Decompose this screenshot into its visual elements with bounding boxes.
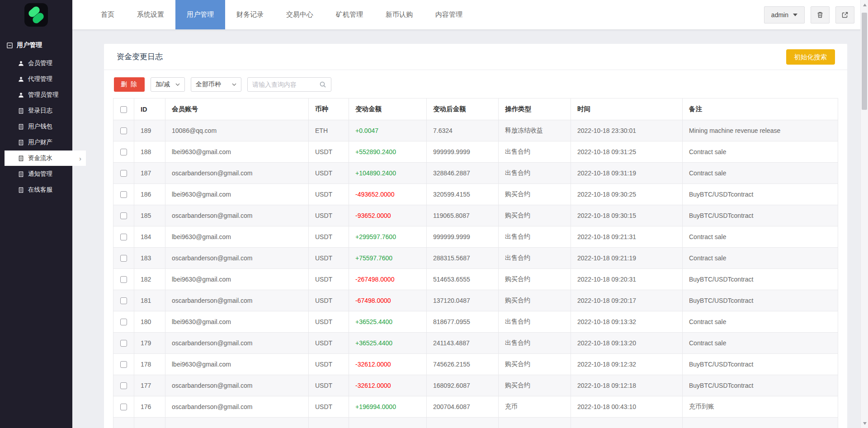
init-search-button[interactable]: 初始化搜索 bbox=[786, 49, 835, 65]
content-area: 资金变更日志 初始化搜索 删 除 加/减 全部币种 bbox=[72, 29, 868, 428]
sidebar-item[interactable]: 通知管理› bbox=[0, 166, 72, 182]
column-header: ID bbox=[134, 99, 165, 120]
cell-currency: USDT bbox=[309, 141, 349, 163]
sidebar-item[interactable]: 用户财产› bbox=[0, 135, 72, 150]
cell-note: Contract sale bbox=[683, 333, 838, 354]
topbar-right: admin bbox=[764, 6, 854, 24]
search-input[interactable] bbox=[252, 81, 316, 88]
cell-amount: +36525.4400 bbox=[349, 333, 427, 354]
cell-amount: -32612.0000 bbox=[349, 354, 427, 375]
cell-amount: +299597.7600 bbox=[349, 226, 427, 248]
row-checkbox[interactable] bbox=[120, 212, 127, 219]
scrollbar-thumb[interactable] bbox=[862, 13, 867, 110]
top-nav-item[interactable]: 财务记录 bbox=[225, 0, 275, 29]
cell-balance: 288315.5687 bbox=[427, 248, 499, 269]
row-checkbox[interactable] bbox=[120, 170, 127, 177]
cell-currency: USDT bbox=[309, 290, 349, 311]
trash-button[interactable] bbox=[811, 6, 830, 24]
top-nav-item[interactable]: 新币认购 bbox=[374, 0, 424, 29]
delete-button[interactable]: 删 除 bbox=[114, 77, 145, 92]
cell-note: BuyBTC/USDTcontract bbox=[683, 205, 838, 226]
table-row: 182lbei9630@gmail.comUSDT-267498.0000514… bbox=[113, 269, 838, 290]
cell-time: 2022-10-18 09:21:19 bbox=[571, 248, 683, 269]
admin-menu-button[interactable]: admin bbox=[764, 6, 805, 24]
filter-bar: 删 除 加/减 全部币种 bbox=[104, 70, 847, 92]
cell-currency: ETH bbox=[309, 120, 349, 141]
top-nav-item[interactable]: 系统设置 bbox=[126, 0, 175, 29]
cell-account: oscarbanderson@gmail.com bbox=[165, 205, 309, 226]
cell-id: 182 bbox=[134, 269, 165, 290]
cell-op: 出售合约 bbox=[499, 248, 571, 269]
row-checkbox[interactable] bbox=[120, 297, 127, 304]
cell-op: 购买合约 bbox=[499, 184, 571, 205]
sidebar-item[interactable]: 用户钱包› bbox=[0, 119, 72, 134]
cell-time: 2022-10-18 09:21:31 bbox=[571, 226, 683, 248]
row-checkbox[interactable] bbox=[120, 234, 127, 240]
cell-account: lbei9630@gmail.com bbox=[165, 141, 309, 163]
sidebar-item[interactable]: 管理员管理› bbox=[0, 87, 72, 103]
row-checkbox[interactable] bbox=[120, 340, 127, 347]
top-nav-item[interactable]: 矿机管理 bbox=[325, 0, 374, 29]
sidebar-menu: 会员管理›代理管理›管理员管理›登录日志›用户钱包›用户财产›资金流水›通知管理… bbox=[0, 56, 72, 198]
amount-type-select[interactable]: 加/减 bbox=[151, 77, 185, 92]
row-checkbox[interactable] bbox=[120, 127, 127, 134]
cell-id: 178 bbox=[134, 354, 165, 375]
cell-balance: 514653.6555 bbox=[427, 269, 499, 290]
column-header: 备注 bbox=[683, 99, 838, 120]
cell-account: oscarbanderson@gmail.com bbox=[165, 333, 309, 354]
user-icon bbox=[18, 92, 24, 98]
top-navigation: 首页系统设置用户管理财务记录交易中心矿机管理新币认购内容管理 bbox=[90, 0, 474, 29]
cell-currency: USDT bbox=[309, 184, 349, 205]
table-row: 177oscarbanderson@gmail.comUSDT-32612.00… bbox=[113, 375, 838, 396]
cell-balance: 745626.2155 bbox=[427, 354, 499, 375]
cell-note: BuyBTC/USDTcontract bbox=[683, 269, 838, 290]
page-scrollbar[interactable] bbox=[860, 0, 868, 428]
currency-select[interactable]: 全部币种 bbox=[191, 77, 241, 92]
row-checkbox[interactable] bbox=[120, 191, 127, 198]
scroll-up-arrow[interactable] bbox=[861, 1, 868, 9]
table-row: 185oscarbanderson@gmail.comUSDT-93652.00… bbox=[113, 205, 838, 226]
sidebar-item[interactable]: 代理管理› bbox=[0, 71, 72, 87]
cell-account: 10086@qq.com bbox=[165, 120, 309, 141]
cell-id: 188 bbox=[134, 141, 165, 163]
top-nav-item[interactable]: 用户管理 bbox=[175, 0, 225, 29]
sidebar-item[interactable]: 在线客服› bbox=[0, 182, 72, 198]
column-header: 会员账号 bbox=[165, 99, 309, 120]
cell-note: Contract sale bbox=[683, 141, 838, 163]
cell-currency: USDT bbox=[309, 396, 349, 418]
sidebar-item[interactable]: 登录日志› bbox=[0, 103, 72, 118]
cell-currency: USDT bbox=[309, 375, 349, 396]
table-row: 184lbei9630@gmail.comUSDT+299597.7600999… bbox=[113, 226, 838, 248]
sidebar-section-header[interactable]: 用户管理 bbox=[7, 41, 72, 49]
search-icon[interactable] bbox=[319, 81, 326, 88]
row-checkbox[interactable] bbox=[120, 319, 127, 325]
cell-time: 2022-10-18 09:13:20 bbox=[571, 333, 683, 354]
admin-label: admin bbox=[771, 11, 788, 19]
export-button[interactable] bbox=[835, 6, 854, 24]
document-icon bbox=[18, 187, 24, 193]
row-checkbox[interactable] bbox=[120, 404, 127, 410]
table-row: 179oscarbanderson@gmail.comUSDT+36525.44… bbox=[113, 333, 838, 354]
select-all-checkbox[interactable] bbox=[120, 106, 127, 113]
search-box bbox=[247, 77, 331, 92]
top-nav-item[interactable]: 内容管理 bbox=[424, 0, 474, 29]
table-row: 186lbei9630@gmail.comUSDT-493652.0000320… bbox=[113, 184, 838, 205]
row-checkbox[interactable] bbox=[120, 361, 127, 368]
table-header-row: ID会员账号币种变动金额变动后金额操作类型时间备注 bbox=[113, 99, 838, 120]
sidebar-item[interactable]: 会员管理› bbox=[0, 56, 72, 71]
row-checkbox[interactable] bbox=[120, 276, 127, 283]
cell-balance: 119065.8087 bbox=[427, 205, 499, 226]
row-checkbox[interactable] bbox=[120, 255, 127, 262]
document-icon bbox=[18, 124, 24, 130]
top-nav-item[interactable]: 交易中心 bbox=[275, 0, 325, 29]
sidebar-item-label: 用户钱包 bbox=[28, 122, 52, 131]
cell-amount: -32612.0000 bbox=[349, 375, 427, 396]
top-nav-item[interactable]: 首页 bbox=[90, 0, 126, 29]
row-checkbox[interactable] bbox=[120, 382, 127, 389]
chevron-right-icon: › bbox=[79, 155, 81, 162]
row-checkbox[interactable] bbox=[120, 149, 127, 155]
sidebar-item[interactable]: 资金流水› bbox=[5, 151, 86, 166]
cell-currency: USDT bbox=[309, 354, 349, 375]
scroll-down-arrow[interactable] bbox=[861, 419, 868, 427]
cell-balance: 168092.6087 bbox=[427, 375, 499, 396]
